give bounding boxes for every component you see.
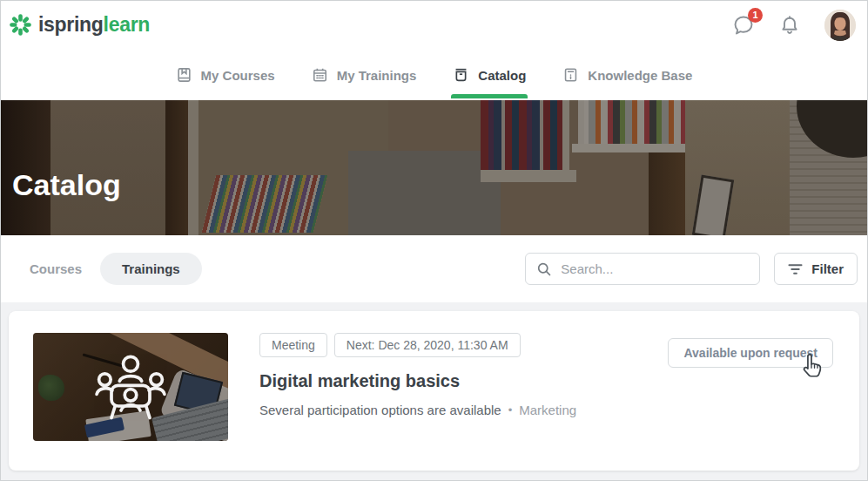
badge-row: Meeting Next: Dec 28, 2020, 11:30 AM	[259, 333, 576, 357]
main-navigation: My Courses My Trainings Catalog Knowledg…	[0, 50, 868, 100]
hero-dark-overlay	[0, 100, 868, 235]
tab-label: My Trainings	[337, 68, 417, 83]
user-avatar[interactable]	[824, 10, 856, 41]
bell-icon	[779, 14, 800, 36]
tab-my-trainings[interactable]: My Trainings	[312, 66, 417, 84]
search-input[interactable]	[561, 261, 749, 276]
training-info: Meeting Next: Dec 28, 2020, 11:30 AM Dig…	[259, 333, 576, 449]
brand-secondary: learn	[104, 13, 150, 36]
calendar-icon	[312, 66, 328, 84]
tab-label: Catalog	[478, 68, 526, 83]
segment-trainings[interactable]: Trainings	[100, 253, 202, 285]
catalog-list: Meeting Next: Dec 28, 2020, 11:30 AM Dig…	[0, 302, 868, 481]
category-label: Marketing	[519, 403, 576, 417]
segment-courses[interactable]: Courses	[30, 261, 82, 276]
brand-wordmark: ispringlearn	[38, 13, 150, 37]
tab-label: Knowledge Base	[588, 68, 692, 83]
available-upon-request-button[interactable]: Available upon request	[668, 338, 833, 368]
filter-lines-icon	[788, 263, 803, 275]
tab-label: My Courses	[201, 68, 275, 83]
catalog-toolbar: Courses Trainings Filter	[0, 235, 868, 302]
page-title: Catalog	[12, 168, 121, 202]
meta-separator-dot: •	[508, 403, 513, 417]
search-icon	[536, 261, 552, 277]
header-actions: 1	[732, 10, 856, 41]
top-header: ispringlearn 1	[0, 0, 868, 50]
meeting-people-icon	[92, 353, 169, 421]
filter-button[interactable]: Filter	[774, 253, 858, 285]
brand-primary: ispring	[38, 13, 104, 36]
file-info-icon	[562, 66, 579, 84]
tab-knowledge-base[interactable]: Knowledge Base	[562, 66, 692, 84]
brand-logo[interactable]: ispringlearn	[9, 13, 150, 37]
training-meta: Several participation options are availa…	[259, 403, 576, 417]
training-title[interactable]: Digital marketing basics	[259, 371, 576, 391]
book-icon	[176, 66, 192, 84]
filter-label: Filter	[811, 261, 844, 276]
avatar-image	[824, 10, 856, 41]
hero-banner: Catalog	[0, 100, 868, 235]
participation-text: Several participation options are availa…	[259, 403, 501, 417]
messages-button[interactable]: 1	[732, 14, 755, 37]
ispring-burst-icon	[9, 13, 32, 37]
search-box[interactable]	[525, 253, 760, 285]
tab-my-courses[interactable]: My Courses	[176, 66, 275, 84]
archive-icon	[453, 66, 469, 84]
notification-badge: 1	[748, 8, 763, 23]
next-session-badge: Next: Dec 28, 2020, 11:30 AM	[334, 333, 521, 357]
training-card[interactable]: Meeting Next: Dec 28, 2020, 11:30 AM Dig…	[9, 311, 859, 471]
type-badge: Meeting	[259, 333, 327, 357]
tab-catalog[interactable]: Catalog	[453, 66, 526, 84]
training-thumbnail[interactable]	[33, 333, 228, 441]
notifications-button[interactable]	[779, 14, 800, 36]
